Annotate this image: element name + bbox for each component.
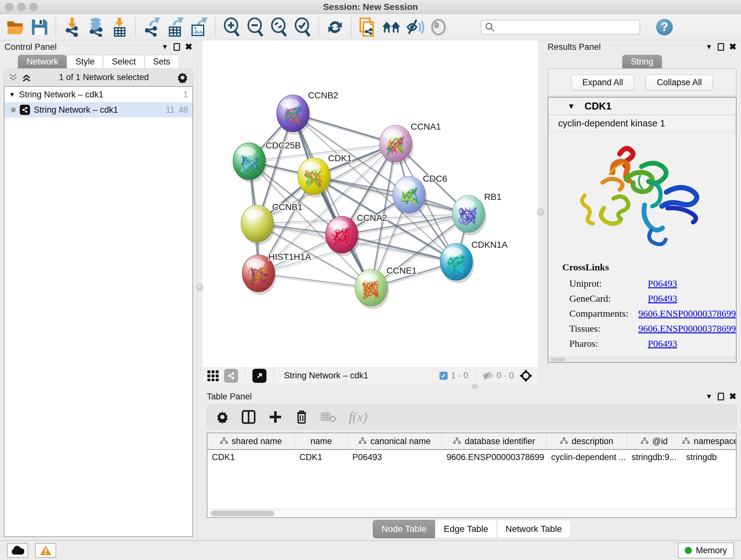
birds-eye-toggle-icon[interactable] bbox=[519, 369, 533, 383]
crosslink-row: Uniprot:P06493 bbox=[562, 276, 736, 291]
tab-network[interactable]: Network bbox=[18, 55, 67, 68]
table-horizontal-scrollbar[interactable] bbox=[207, 509, 736, 517]
window-title: Session: New Session bbox=[0, 2, 741, 12]
network-node-CDKN1A[interactable]: CDKN1A bbox=[440, 240, 508, 283]
collection-expand-arrow[interactable]: ▼ bbox=[9, 91, 15, 98]
memory-button[interactable]: Memory bbox=[678, 543, 734, 558]
import-network-button[interactable] bbox=[62, 17, 82, 37]
network-node-CCNE1[interactable]: CCNE1 bbox=[355, 266, 417, 309]
control-panel-float-button[interactable]: ▼ bbox=[161, 43, 169, 51]
right-splitter[interactable] bbox=[538, 40, 543, 383]
zoom-selected-button[interactable] bbox=[292, 17, 313, 37]
crosslink-link[interactable]: 9606.ENSP00000378699 bbox=[638, 323, 736, 334]
export-image-button[interactable] bbox=[189, 17, 209, 37]
results-panel-maximize-button[interactable] bbox=[718, 43, 724, 51]
results-panel: Results Panel ▼ ✖ String Expand All bbox=[543, 40, 741, 383]
expand-all-button[interactable]: Expand All bbox=[571, 75, 634, 90]
save-session-button[interactable] bbox=[29, 17, 50, 37]
network-row[interactable]: String Network – cdk1 11 48 bbox=[4, 102, 192, 118]
add-column-icon[interactable] bbox=[268, 410, 282, 424]
table-panel-maximize-button[interactable] bbox=[718, 393, 724, 400]
network-canvas[interactable]: CCNB2CCNA1CDC25BCDK1CDC6RB1CCNB1CCNA2CDK… bbox=[202, 40, 538, 368]
column-header--id[interactable]: @id bbox=[627, 433, 682, 449]
gear-icon[interactable] bbox=[177, 72, 188, 83]
detach-view-icon[interactable] bbox=[253, 369, 266, 383]
expand-all-icon[interactable] bbox=[22, 73, 31, 82]
cloud-status-button[interactable] bbox=[7, 543, 28, 558]
app-window: Session: New Session ? bbox=[0, 0, 741, 560]
crosslink-link[interactable]: P06493 bbox=[648, 278, 677, 289]
show-button[interactable] bbox=[428, 17, 449, 37]
houses-icon bbox=[382, 18, 401, 36]
column-header-database-identifier[interactable]: database identifier bbox=[442, 433, 547, 449]
crosslink-label: Uniprot: bbox=[562, 278, 648, 289]
tab-sets[interactable]: Sets bbox=[145, 55, 179, 68]
tab-edge-table[interactable]: Edge Table bbox=[435, 520, 497, 538]
crosslink-link[interactable]: 9606.ENSP00000378699 bbox=[638, 308, 736, 319]
selected-checkbox-icon[interactable]: ✓ bbox=[440, 372, 448, 380]
results-panel-close-button[interactable]: ✖ bbox=[729, 43, 737, 51]
column-header-description[interactable]: description bbox=[547, 433, 627, 449]
collapse-all-icon[interactable] bbox=[9, 73, 17, 82]
table-cell[interactable]: CDK1 bbox=[295, 450, 348, 466]
control-panel: Control Panel ▼ ✖ Network Style Select S… bbox=[0, 40, 197, 540]
control-panel-maximize-button[interactable] bbox=[174, 43, 180, 51]
table-cell[interactable]: P06493 bbox=[348, 450, 442, 466]
tab-style[interactable]: Style bbox=[67, 55, 103, 68]
network-collection-row[interactable]: ▼ String Network – cdk1 1 bbox=[4, 87, 192, 102]
tab-select[interactable]: Select bbox=[103, 55, 144, 68]
first-neighbors-button[interactable] bbox=[381, 17, 401, 37]
crosslink-link[interactable]: P06493 bbox=[648, 293, 677, 304]
delete-column-icon[interactable] bbox=[295, 410, 308, 424]
export-network-button[interactable] bbox=[142, 17, 162, 37]
table-panel-close-button[interactable]: ✖ bbox=[729, 392, 737, 401]
network-node-HIST1H1A[interactable]: HIST1H1A bbox=[242, 252, 311, 295]
help-button[interactable]: ? bbox=[656, 19, 673, 36]
import-database-button[interactable] bbox=[85, 17, 106, 37]
table-cell[interactable]: stringdb:9... bbox=[627, 450, 682, 466]
collapse-all-button[interactable]: Collapse All bbox=[646, 75, 713, 90]
horizontal-splitter[interactable] bbox=[202, 383, 741, 390]
column-header-canonical-name[interactable]: canonical name bbox=[348, 433, 442, 449]
table-cell[interactable]: stringdb bbox=[682, 450, 737, 466]
table-row[interactable]: CDK1CDK1P064939606.ENSP00000378699cyclin… bbox=[207, 450, 736, 466]
results-horizontal-scrollbar[interactable] bbox=[548, 357, 736, 362]
zoom-in-button[interactable] bbox=[221, 17, 242, 37]
table-cell[interactable]: cyclin-dependent ... bbox=[547, 450, 627, 466]
open-session-button[interactable] bbox=[6, 17, 26, 37]
left-splitter[interactable] bbox=[197, 40, 202, 540]
hide-button[interactable] bbox=[405, 17, 425, 37]
tab-node-table[interactable]: Node Table bbox=[373, 520, 435, 538]
table-cell[interactable]: 9606.ENSP00000378699 bbox=[442, 450, 547, 466]
network-node-RB1[interactable]: RB1 bbox=[452, 192, 501, 235]
grid-mode-icon[interactable] bbox=[207, 370, 219, 381]
column-tree-icon bbox=[220, 436, 228, 446]
import-table-button[interactable] bbox=[109, 17, 130, 37]
annotation-button[interactable] bbox=[357, 17, 378, 37]
split-columns-icon[interactable] bbox=[242, 410, 256, 424]
search-box[interactable] bbox=[481, 20, 640, 35]
crosslink-link[interactable]: P06493 bbox=[648, 338, 677, 349]
protein-header-row[interactable]: ▼ CDK1 bbox=[548, 98, 736, 115]
tab-string[interactable]: String bbox=[622, 55, 662, 68]
network-node-CDC6[interactable]: CDC6 bbox=[393, 174, 447, 216]
column-header-shared-name[interactable]: shared name bbox=[207, 433, 295, 449]
zoom-fit-button[interactable] bbox=[269, 17, 289, 37]
tab-network-table[interactable]: Network Table bbox=[497, 520, 570, 538]
network-node-CCNB2[interactable]: CCNB2 bbox=[277, 90, 338, 135]
column-header-name[interactable]: name bbox=[295, 433, 348, 449]
warning-button[interactable] bbox=[35, 543, 56, 558]
protein-collapse-arrow[interactable]: ▼ bbox=[567, 102, 575, 111]
results-panel-float-button[interactable]: ▼ bbox=[705, 43, 713, 51]
search-input[interactable] bbox=[497, 22, 636, 32]
table-gear-icon[interactable] bbox=[216, 411, 229, 423]
table-panel-float-button[interactable]: ▼ bbox=[705, 392, 713, 401]
column-header-namespace[interactable]: namespace bbox=[682, 433, 737, 449]
refresh-button[interactable] bbox=[325, 17, 345, 37]
export-table-button[interactable] bbox=[165, 17, 186, 37]
network-share-mode-icon[interactable] bbox=[224, 369, 238, 383]
column-label: database identifier bbox=[465, 436, 535, 446]
control-panel-close-button[interactable]: ✖ bbox=[185, 43, 192, 51]
zoom-out-button[interactable] bbox=[245, 17, 266, 37]
table-cell[interactable]: CDK1 bbox=[207, 450, 295, 466]
